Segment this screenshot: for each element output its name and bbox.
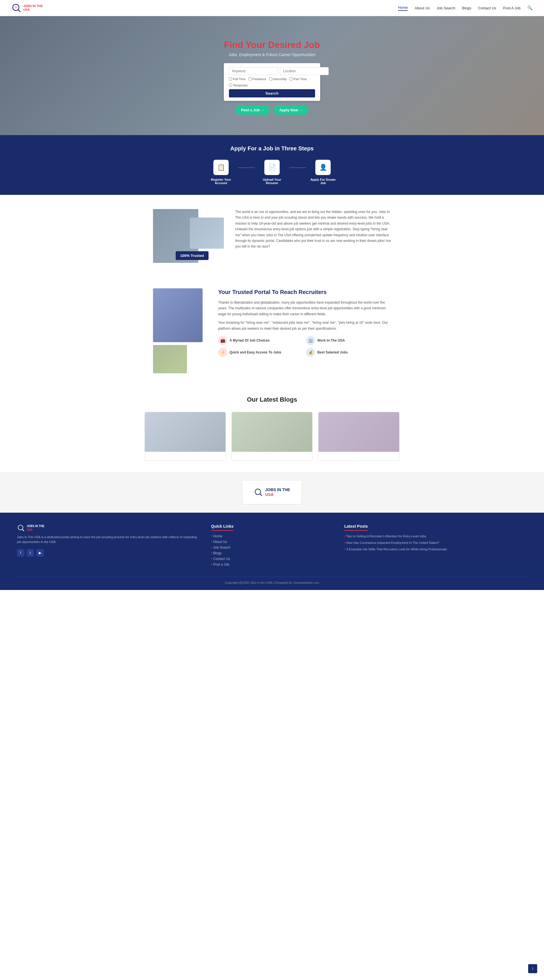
nav-contact[interactable]: Contact Us — [478, 6, 496, 10]
social-youtube[interactable]: ▶ — [36, 549, 44, 557]
job-type-filters: Full Time Freelance Internship Part Time… — [229, 77, 315, 87]
feature-easy-access: ⚡ Quick and Easy Access To Jobs — [218, 348, 303, 357]
feature-myriad-label: A Myriad Of Job Choices — [230, 339, 270, 342]
band-logo-text: JOBS IN THEUSA — [265, 487, 290, 497]
checkbox-fulltime[interactable]: Full Time — [229, 77, 246, 81]
footer-top: JOBS IN THEUSA Jobs In The USA is a dedi… — [17, 524, 527, 568]
copyright-text: Copyright @2020 Jobs in the USA | Design… — [225, 581, 319, 584]
about-image-secondary — [190, 218, 224, 249]
step-register-icon: 📋 — [213, 160, 229, 175]
feature-best-salary: 💰 Best Salaried Jobs — [306, 348, 391, 357]
footer-link-about[interactable]: About Us — [211, 540, 333, 544]
about-section: 100% Trusted The world is an ore of oppo… — [136, 195, 408, 277]
blog-body-2 — [232, 452, 313, 460]
footer-link-post-job[interactable]: Post a Job — [211, 563, 333, 566]
about-images: 100% Trusted — [153, 209, 227, 263]
band-logo-icon — [254, 488, 263, 497]
blog-card-1 — [145, 412, 226, 461]
footer-socials: f t ▶ — [17, 549, 200, 557]
location-input[interactable] — [280, 67, 329, 75]
step-register-label: Register Your Account — [208, 178, 234, 185]
svg-point-1 — [14, 6, 17, 9]
header: JOBS IN THE USA Home About Us Job Search… — [0, 0, 544, 16]
footer-logo-text: JOBS IN THEUSA — [27, 524, 45, 531]
footer-quick-links: Quick Links Home About Us Job Search Blo… — [211, 524, 333, 568]
feature-myriad: 💼 A Myriad Of Job Choices — [218, 336, 303, 345]
feature-easy-access-icon: ⚡ — [218, 348, 227, 357]
hero-subtitle: Jobs, Employment & Future Career Opportu… — [6, 52, 538, 57]
footer-link-home[interactable]: Home — [211, 534, 333, 538]
about-text: The world is an ore of opportunities, an… — [235, 209, 391, 250]
checkbox-parttime[interactable]: Part Time — [290, 77, 307, 81]
trusted-badge: 100% Trusted — [175, 251, 209, 260]
blogs-section: Our Latest Blogs — [0, 385, 544, 472]
blog-image-2 — [232, 412, 313, 452]
step-connector-1 — [238, 167, 255, 168]
nav-post-job[interactable]: Post A Job — [503, 6, 520, 10]
apply-now-button[interactable]: Apply Now → — [273, 105, 309, 115]
step-upload-label: Upload Your Resume — [259, 178, 285, 185]
latest-post-3[interactable]: 3 Essential Job Skills That Recruiters L… — [344, 547, 527, 552]
portal-text-2: Your browsing for "hiring near me", "res… — [218, 320, 391, 331]
nav-search-icon[interactable]: 🔍 — [527, 5, 533, 11]
checkbox-freelance[interactable]: Freelance — [249, 77, 266, 81]
latest-posts-list: Tips to Getting A Recruiter's Attention … — [344, 534, 527, 552]
portal-features: 💼 A Myriad Of Job Choices 🏢 Work In The … — [218, 336, 391, 357]
post-job-button[interactable]: Post a Job → — [235, 105, 270, 115]
footer-link-job-search[interactable]: Job Search — [211, 546, 333, 549]
step-upload-icon: 📄 — [264, 160, 280, 175]
nav-about[interactable]: About Us — [415, 6, 429, 10]
blog-image-1 — [145, 412, 225, 452]
latest-posts-title: Latest Posts — [344, 524, 368, 531]
quick-links-list: Home About Us Job Search Blogs Contact U… — [211, 534, 333, 566]
about-paragraph: The world is an ore of opportunities, an… — [235, 209, 391, 250]
feature-work-usa-label: Work In The USA — [317, 339, 345, 342]
footer-link-contact[interactable]: Contact Us — [211, 557, 333, 561]
main-nav: Home About Us Job Search Blogs Contact U… — [398, 5, 533, 11]
feature-work-usa: 🏢 Work In The USA — [306, 336, 391, 345]
blog-image-3 — [319, 412, 399, 452]
step-register: 📋 Register Your Account — [204, 160, 238, 185]
search-button[interactable]: Search — [229, 89, 315, 97]
steps-title: Apply For a Job in Three Steps — [6, 145, 538, 152]
step-upload: 📄 Upload Your Resume — [255, 160, 289, 185]
keyword-input[interactable] — [229, 67, 278, 75]
checkbox-temporary[interactable]: Temporary — [229, 84, 247, 87]
footer-bottom: Copyright @2020 Jobs in the USA | Design… — [17, 577, 527, 584]
nav-home[interactable]: Home — [398, 5, 408, 11]
footer-brand: JOBS IN THEUSA Jobs In The USA is a dedi… — [17, 524, 200, 568]
nav-job-search[interactable]: Job Search — [437, 6, 455, 10]
blog-card-3 — [318, 412, 399, 461]
logo-icon — [11, 3, 22, 13]
footer-latest-posts: Latest Posts Tips to Getting A Recruiter… — [344, 524, 527, 568]
portal-title: Your Trusted Portal To Reach Recruiters — [218, 288, 391, 296]
portal-image-small — [153, 345, 187, 373]
social-facebook[interactable]: f — [17, 549, 24, 557]
portal-text-1: Thanks to liberalization and globalizati… — [218, 300, 391, 317]
step-apply-icon: 👤 — [315, 160, 331, 175]
blog-card-2 — [231, 412, 313, 461]
latest-post-1[interactable]: Tips to Getting A Recruiter's Attention … — [344, 534, 527, 538]
footer-description: Jobs In The USA is a dedicated portal ai… — [17, 535, 200, 545]
footer-logo-icon — [17, 524, 25, 532]
social-twitter[interactable]: t — [27, 549, 34, 557]
nav-blogs[interactable]: Blogs — [462, 6, 471, 10]
hero-section: Find Your Desired Job Jobs, Employment &… — [0, 16, 544, 135]
svg-line-2 — [18, 10, 20, 12]
logo-band-inner: JOBS IN THEUSA — [242, 480, 302, 504]
feature-myriad-icon: 💼 — [218, 336, 227, 345]
search-box: Full Time Freelance Internship Part Time… — [224, 63, 320, 101]
footer-link-blogs[interactable]: Blogs — [211, 551, 333, 555]
portal-image-large — [153, 288, 203, 342]
svg-line-6 — [22, 529, 24, 530]
logo-text: JOBS IN THE USA — [23, 4, 43, 12]
checkbox-internship[interactable]: Internship — [269, 77, 287, 81]
search-inputs — [229, 67, 315, 75]
portal-content: Your Trusted Portal To Reach Recruiters … — [218, 288, 391, 357]
blogs-title: Our Latest Blogs — [17, 396, 527, 403]
latest-post-2[interactable]: How Has Coronavirus Impacted Employment … — [344, 541, 527, 545]
steps-row: 📋 Register Your Account 📄 Upload Your Re… — [204, 160, 340, 185]
step-apply: 👤 Apply For Dream Job — [306, 160, 340, 185]
portal-images — [153, 288, 210, 373]
hero-title: Find Your Desired Job — [6, 40, 538, 50]
